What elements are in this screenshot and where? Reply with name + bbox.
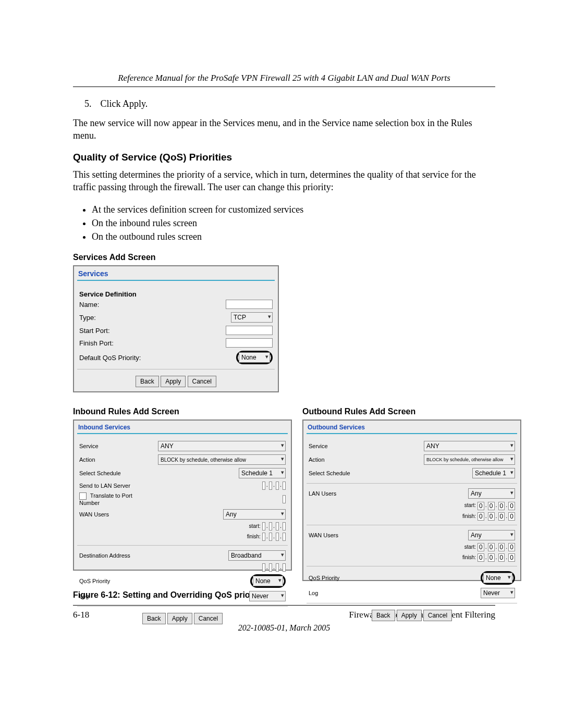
service-label: Service	[79, 443, 143, 449]
send-lan-label: Send to LAN Server	[79, 483, 143, 489]
ip-octet[interactable]	[269, 522, 272, 530]
schedule-label: Select Schedule	[79, 470, 143, 476]
ip-octet[interactable]	[283, 522, 286, 530]
ip-octet[interactable]: 0	[488, 512, 495, 521]
ip-octet[interactable]	[269, 533, 272, 541]
ip-octet[interactable]	[262, 482, 265, 490]
back-button[interactable]: Back	[142, 613, 166, 624]
divider	[77, 433, 288, 434]
step-num: 5.	[84, 98, 98, 109]
ip-octet[interactable]: 0	[478, 512, 484, 521]
heading-outbound: Outbound Rules Add Screen	[302, 407, 521, 416]
log-select[interactable]: Never	[249, 591, 286, 601]
ip-octet[interactable]: 0	[478, 543, 484, 551]
translate-port-input[interactable]	[283, 495, 286, 503]
heading-qos: Quality of Service (QoS) Priorities	[73, 152, 495, 163]
ip-octet[interactable]: 0	[498, 512, 505, 521]
dest-label: Destination Address	[79, 552, 143, 559]
cancel-button[interactable]: Cancel	[188, 376, 216, 387]
log-select[interactable]: Never	[481, 588, 515, 598]
back-button[interactable]: Back	[372, 610, 395, 621]
qos-select[interactable]: None	[239, 352, 270, 363]
service-definition-label: Service Definition	[74, 286, 278, 298]
qos-label: QoS Priority	[79, 578, 143, 584]
dest-select[interactable]: Broadband	[228, 550, 286, 561]
ip-octet[interactable]	[269, 482, 272, 490]
ip-octet[interactable]	[262, 522, 265, 530]
name-label: Name:	[79, 301, 226, 309]
apply-button[interactable]: Apply	[161, 376, 186, 387]
wan-users-select[interactable]: Any	[468, 530, 515, 540]
finish-label: finish:	[462, 554, 476, 560]
ip-octet[interactable]: 0	[478, 502, 484, 510]
ip-octet[interactable]: 0	[508, 502, 515, 510]
schedule-label: Select Schedule	[309, 470, 372, 476]
service-select[interactable]: ANY	[424, 441, 515, 451]
ip-octet[interactable]: 0	[488, 543, 495, 551]
divider	[77, 545, 288, 546]
start-label: start:	[249, 523, 261, 529]
cancel-button[interactable]: Cancel	[194, 613, 223, 624]
bullet-item: On the inbound rules screen	[92, 216, 495, 230]
name-input[interactable]	[226, 300, 273, 309]
start-label: start:	[464, 502, 476, 508]
finish-label: finish:	[462, 513, 476, 519]
running-title: Reference Manual for the ProSafe VPN Fir…	[73, 73, 495, 83]
divider	[307, 566, 517, 566]
services-title: Services	[74, 266, 278, 280]
ip-octet[interactable]: 0	[498, 553, 505, 562]
start-port-input[interactable]	[226, 326, 273, 335]
ip-octet[interactable]: 0	[508, 553, 515, 562]
qos-highlight-circle: None	[481, 571, 515, 585]
qos-label: Default QoS Priority:	[79, 354, 236, 362]
outbound-title: Outbound Services	[303, 421, 520, 433]
log-label: Log	[309, 590, 372, 596]
ip-octet[interactable]	[283, 563, 286, 572]
ip-octet[interactable]: 0	[478, 553, 484, 562]
qos-highlight-circle: None	[250, 574, 286, 588]
header-rule	[73, 87, 495, 87]
cancel-button[interactable]: Cancel	[423, 610, 452, 621]
apply-button[interactable]: Apply	[167, 613, 192, 624]
ip-octet[interactable]	[269, 563, 272, 572]
action-select[interactable]: BLOCK by schedule, otherwise allow	[424, 454, 515, 465]
translate-checkbox[interactable]	[79, 492, 87, 500]
qos-select[interactable]: None	[253, 576, 283, 586]
finish-port-input[interactable]	[226, 338, 273, 348]
ip-octet[interactable]: 0	[508, 543, 515, 551]
action-label: Action	[79, 456, 143, 463]
schedule-select[interactable]: Schedule 1	[472, 468, 515, 478]
wan-users-select[interactable]: Any	[223, 509, 286, 520]
bullet-item: At the services definition screen for cu…	[92, 203, 495, 216]
ip-octet[interactable]	[262, 563, 265, 572]
ip-octet[interactable]: 0	[498, 502, 505, 510]
schedule-select[interactable]: Schedule 1	[239, 468, 286, 478]
ip-octet[interactable]: 0	[508, 512, 515, 521]
step-5: 5. Click Apply.	[84, 98, 495, 109]
apply-button[interactable]: Apply	[397, 610, 422, 621]
back-button[interactable]: Back	[136, 376, 159, 387]
divider	[307, 603, 517, 603]
service-label: Service	[309, 443, 372, 449]
ip-octet[interactable]	[283, 533, 286, 541]
qos-highlight-circle: None	[236, 351, 273, 364]
action-label: Action	[309, 456, 372, 463]
wan-users-label: WAN Users	[309, 532, 372, 538]
service-select[interactable]: ANY	[158, 441, 286, 451]
inbound-title: Inbound Services	[74, 421, 291, 433]
paragraph-1: The new service will now appear in the S…	[73, 117, 495, 142]
services-screenshot: Services Service Definition Name: Type: …	[73, 265, 279, 392]
ip-octet[interactable]	[283, 482, 286, 490]
action-select[interactable]: BLOCK by schedule, otherwise allow	[158, 454, 286, 465]
lan-users-select[interactable]: Any	[468, 488, 515, 499]
type-select[interactable]: TCP	[231, 312, 273, 323]
qos-select[interactable]: None	[483, 573, 512, 583]
ip-octet[interactable]: 0	[488, 502, 495, 510]
finish-port-label: Finish Port:	[79, 339, 226, 347]
divider	[77, 280, 275, 281]
ip-octet[interactable]: 0	[498, 543, 505, 551]
divider	[307, 433, 517, 434]
start-port-label: Start Port:	[79, 327, 226, 335]
ip-octet[interactable]: 0	[488, 553, 495, 562]
ip-octet[interactable]	[262, 533, 265, 541]
